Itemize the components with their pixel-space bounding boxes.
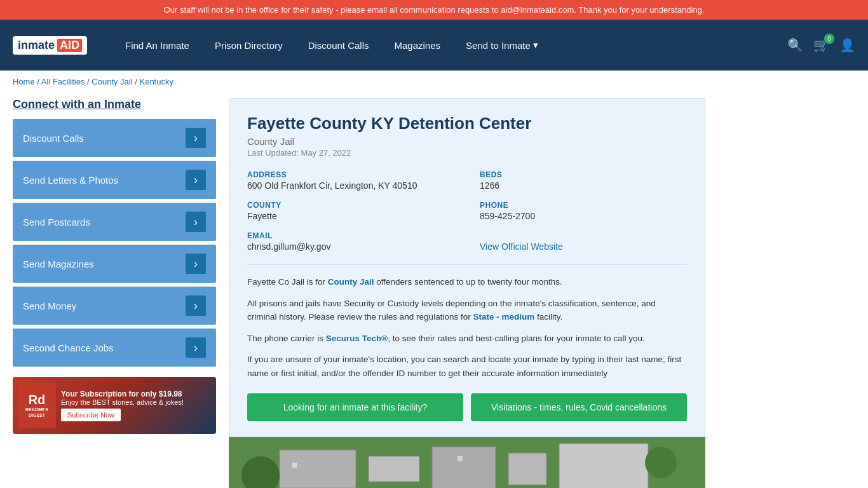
- looking-for-inmate-button[interactable]: Looking for an inmate at this facility?: [247, 393, 463, 421]
- email-label: EMAIL: [247, 231, 454, 240]
- nav-magazines[interactable]: Magazines: [382, 22, 454, 69]
- beds-value: 1266: [480, 180, 687, 191]
- desc1: Fayette Co Jail is for County Jail offen…: [247, 275, 687, 289]
- svg-rect-2: [369, 456, 419, 482]
- website-value: View Official Website: [480, 241, 687, 252]
- user-button[interactable]: 👤: [839, 37, 855, 53]
- facility-description: Fayette Co Jail is for County Jail offen…: [247, 275, 687, 381]
- address-value: 600 Old Frankfort Cir, Lexington, KY 405…: [247, 180, 454, 191]
- visitations-button[interactable]: Visitations - times, rules, Covid cancel…: [471, 393, 687, 421]
- breadcrumb-home[interactable]: Home: [13, 77, 35, 86]
- cart-badge: 0: [824, 34, 834, 44]
- desc3: The phone carrier is Securus Tech®, to s…: [247, 332, 687, 346]
- search-button[interactable]: 🔍: [787, 37, 803, 53]
- logo-inmate-text: inmate: [18, 39, 55, 52]
- sidebar-btn-jobs[interactable]: Second Chance Jobs ›: [13, 329, 216, 367]
- desc4: If you are unsure of your inmate's locat…: [247, 353, 687, 380]
- sidebar-btn-money[interactable]: Send Money ›: [13, 287, 216, 325]
- securus-link[interactable]: Securus Tech®: [326, 334, 388, 343]
- ad-text: Your Subscription for only $19.98 Enjoy …: [61, 390, 184, 421]
- sidebar-btn-magazines[interactable]: Send Magazines ›: [13, 245, 216, 283]
- nav-icons: 🔍 🛒 0 👤: [787, 37, 855, 53]
- address-block: ADDRESS 600 Old Frankfort Cir, Lexington…: [247, 170, 454, 191]
- breadcrumb-county-jail[interactable]: County Jail: [92, 77, 132, 86]
- facility-aerial-image: [229, 437, 705, 488]
- facility-card: Fayette County KY Detention Center Count…: [229, 98, 705, 437]
- navbar: inmateAID Find An Inmate Prison Director…: [0, 20, 868, 71]
- nav-send-to-inmate[interactable]: Send to Inmate ▾: [453, 22, 551, 69]
- svg-rect-1: [280, 450, 356, 488]
- svg-point-8: [645, 447, 677, 478]
- sidebar-btn-postcards[interactable]: Send Postcards ›: [13, 203, 216, 241]
- chevron-right-icon: ›: [186, 212, 206, 232]
- facility-type: County Jail: [247, 136, 687, 147]
- chevron-right-icon: ›: [186, 295, 206, 316]
- breadcrumb: Home / All Facilities / County Jail / Ke…: [0, 71, 868, 93]
- action-buttons: Looking for an inmate at this facility? …: [247, 393, 687, 421]
- content-area: Fayette County KY Detention Center Count…: [229, 93, 705, 488]
- state-medium-link[interactable]: State - medium: [473, 312, 534, 322]
- search-icon: 🔍: [787, 38, 803, 52]
- chevron-right-icon: ›: [186, 254, 206, 274]
- beds-block: BEDS 1266: [480, 170, 687, 191]
- nav-find-inmate[interactable]: Find An Inmate: [112, 22, 202, 69]
- beds-label: BEDS: [480, 170, 687, 179]
- county-value: Fayette: [247, 211, 454, 221]
- desc2: All prisons and jails have Security or C…: [247, 297, 687, 324]
- subscribe-button[interactable]: Subscribe Now: [61, 409, 121, 421]
- email-value: chrisd.gillum@ky.gov: [247, 241, 454, 252]
- last-updated: Last Updated: May 27, 2022: [247, 148, 687, 158]
- divider: [247, 264, 687, 265]
- svg-rect-5: [559, 444, 648, 488]
- website-block: View Official Website: [480, 231, 687, 252]
- sidebar-btn-letters[interactable]: Send Letters & Photos ›: [13, 161, 216, 199]
- county-jail-link[interactable]: County Jail: [328, 277, 374, 287]
- facility-details: ADDRESS 600 Old Frankfort Cir, Lexington…: [247, 170, 687, 252]
- svg-rect-4: [508, 453, 546, 485]
- sidebar-btn-discount-calls[interactable]: Discount Calls ›: [13, 119, 216, 157]
- sidebar: Connect with an Inmate Discount Calls › …: [13, 93, 216, 488]
- facility-name: Fayette County KY Detention Center: [247, 114, 687, 133]
- nav-discount-calls[interactable]: Discount Calls: [295, 22, 382, 69]
- county-label: COUNTY: [247, 201, 454, 210]
- phone-block: PHONE 859-425-2700: [480, 201, 687, 221]
- svg-rect-10: [458, 456, 463, 461]
- official-website-link[interactable]: View Official Website: [480, 241, 563, 252]
- county-block: COUNTY Fayette: [247, 201, 454, 221]
- address-label: ADDRESS: [247, 170, 454, 179]
- chevron-right-icon: ›: [186, 337, 206, 358]
- sidebar-title: Connect with an Inmate: [13, 98, 216, 111]
- dropdown-arrow-icon: ▾: [533, 39, 538, 51]
- nav-prison-directory[interactable]: Prison Directory: [202, 22, 295, 69]
- readers-digest-logo: Rd READER'SDIGEST: [18, 383, 56, 428]
- cart-button[interactable]: 🛒 0: [813, 37, 829, 53]
- svg-rect-9: [292, 463, 297, 468]
- breadcrumb-all-facilities[interactable]: All Facilities: [41, 77, 85, 86]
- svg-rect-3: [432, 447, 496, 488]
- chevron-right-icon: ›: [186, 128, 206, 148]
- user-icon: 👤: [839, 38, 855, 52]
- phone-value: 859-425-2700: [480, 211, 687, 221]
- logo[interactable]: inmateAID: [13, 36, 87, 55]
- breadcrumb-kentucky[interactable]: Kentucky: [139, 77, 173, 86]
- sidebar-ad: Rd READER'SDIGEST Your Subscription for …: [13, 377, 216, 434]
- nav-links: Find An Inmate Prison Directory Discount…: [112, 22, 787, 69]
- email-block: EMAIL chrisd.gillum@ky.gov: [247, 231, 454, 252]
- logo-aid-text: AID: [57, 39, 82, 52]
- main-container: Connect with an Inmate Discount Calls › …: [0, 93, 868, 488]
- chevron-right-icon: ›: [186, 170, 206, 190]
- phone-label: PHONE: [480, 201, 687, 210]
- alert-banner: Our staff will not be in the office for …: [0, 0, 868, 20]
